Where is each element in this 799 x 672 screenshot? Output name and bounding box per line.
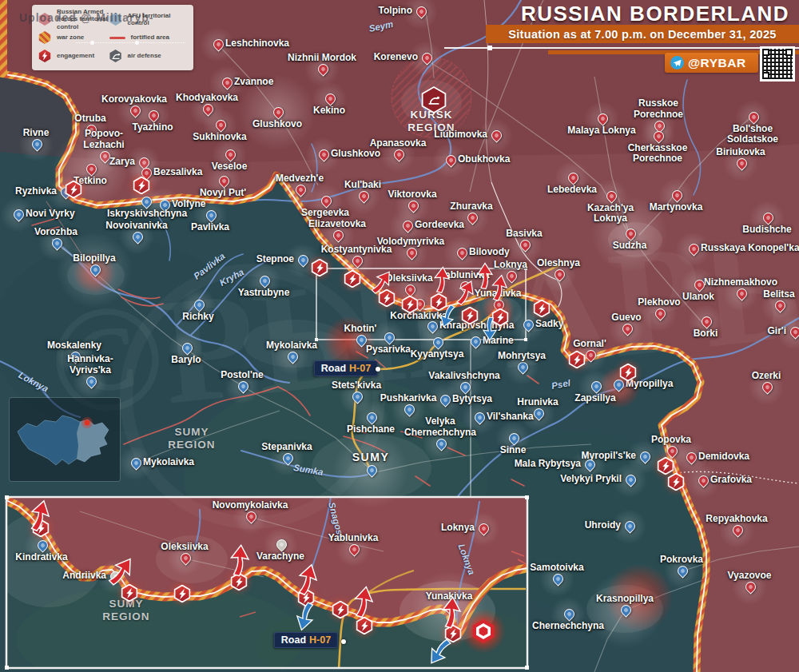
qr-finder (762, 49, 769, 56)
watermark-ring (120, 264, 385, 529)
uploader-watermark: Uploaded @ Militaryb- (19, 11, 153, 24)
kursk-hatched-zone (392, 58, 471, 137)
rybar-handle: @RYBAR (688, 56, 746, 70)
engagement-icon (38, 50, 51, 62)
legend-item-air-defense: air defense (109, 47, 187, 65)
telegram-icon (670, 56, 684, 70)
war-zone-edge-strip (0, 0, 7, 76)
fortified-line-swatch (109, 37, 125, 39)
qr-finder (785, 49, 793, 56)
ukraine-overview-inset (10, 398, 120, 481)
legend-label: war zone (57, 34, 84, 41)
legend-divider (76, 42, 185, 43)
war-zone-swatch (38, 31, 51, 44)
legend-label: engagement (57, 52, 94, 59)
base-map (0, 0, 799, 672)
legend-item-engagement: engagement (38, 47, 109, 65)
air-defense-icon (109, 50, 122, 62)
sumy-region-marker (85, 420, 90, 426)
map-title: RUSSIAN BORDERLAND (521, 3, 789, 24)
qr-code (760, 46, 795, 82)
qr-finder (762, 72, 769, 79)
map-canvas: ©РЫБАРЬ TolpinoLeshchinovkaNizhnii Mordo… (0, 0, 799, 672)
legend-label: air defense (128, 52, 161, 59)
rybar-badge[interactable]: @RYBAR (665, 53, 758, 73)
legend-item-fortified: fortified area (109, 29, 187, 46)
legend-item-war-zone: war zone (38, 29, 109, 46)
header-rule (444, 47, 799, 49)
map-subtitle: Situation as at 7.00 p.m. on December 31… (486, 25, 799, 43)
